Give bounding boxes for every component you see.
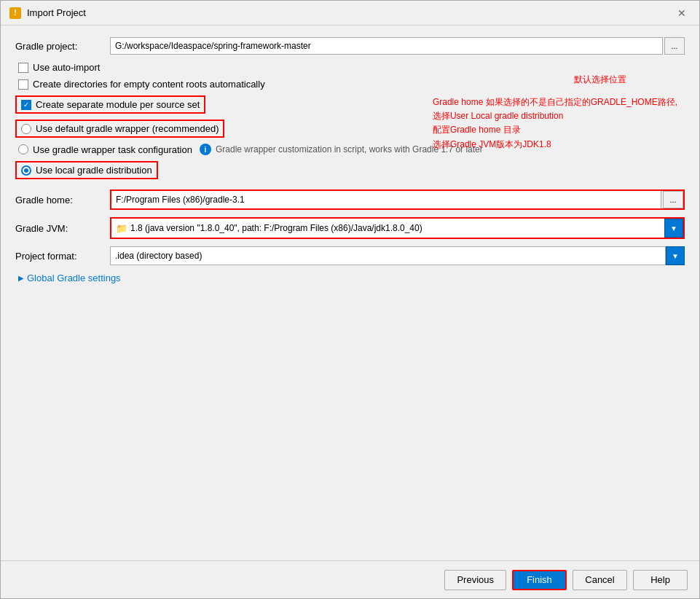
gradle-project-row: Gradle project: ...	[15, 37, 685, 55]
gradle-project-label: Gradle project:	[15, 41, 110, 52]
gradle-jvm-row: Gradle JVM: 📁 1.8 (java version "1.8.0_4…	[15, 217, 685, 239]
finish-button[interactable]: Finish	[512, 570, 567, 590]
create-separate-module-container: Create separate module per source set	[15, 95, 205, 114]
default-wrapper-radio[interactable]	[21, 124, 31, 134]
local-gradle-container: Use local gradle distribution	[15, 161, 158, 179]
app-icon: !	[9, 7, 21, 19]
auto-import-row: Use auto-import	[15, 62, 685, 73]
create-separate-checkbox[interactable]	[21, 100, 31, 110]
auto-import-checkbox[interactable]	[18, 63, 28, 73]
close-button[interactable]: ✕	[673, 6, 691, 20]
project-format-display: .idea (directory based)	[110, 246, 666, 265]
settings-arrow-icon: ▶	[18, 274, 24, 282]
dialog-footer: Previous Finish Cancel Help	[1, 560, 699, 598]
gradle-jvm-value: 1.8 (java version "1.8.0_40", path: F:/P…	[130, 223, 422, 233]
gradle-home-label: Gradle home:	[15, 195, 110, 205]
create-dirs-checkbox[interactable]	[18, 79, 28, 90]
project-format-value: .idea (directory based)	[115, 251, 202, 261]
wrapper-task-radio[interactable]	[18, 144, 28, 154]
global-gradle-settings[interactable]: ▶ Global Gradle settings	[15, 273, 685, 283]
gradle-home-browse-btn[interactable]: ...	[663, 191, 683, 208]
create-dirs-label: Create directories for empty content roo…	[33, 79, 265, 90]
create-dirs-row: Create directories for empty content roo…	[15, 79, 685, 90]
project-format-label: Project format:	[15, 251, 110, 262]
gradle-jvm-dropdown-btn[interactable]: ▼	[664, 219, 683, 238]
dialog-content: Gradle project: ... Use auto-import Crea…	[1, 26, 699, 560]
default-wrapper-container: Use default gradle wrapper (recommended)	[15, 120, 224, 138]
gradle-jvm-display: 📁 1.8 (java version "1.8.0_40", path: F:…	[111, 219, 664, 238]
project-format-dropdown-btn[interactable]: ▼	[666, 246, 685, 265]
default-wrapper-label: Use default gradle wrapper (recommended)	[36, 123, 219, 134]
import-project-dialog: ! Import Project ✕ Gradle project: ... U…	[0, 0, 700, 599]
gradle-project-input[interactable]	[110, 37, 663, 55]
gradle-home-input[interactable]	[111, 191, 661, 208]
gradle-project-browse-btn[interactable]: ...	[664, 37, 685, 55]
gradle-home-row: Gradle home: ...	[15, 189, 685, 210]
title-bar: ! Import Project ✕	[1, 1, 699, 26]
create-separate-label: Create separate module per source set	[36, 99, 200, 110]
previous-button[interactable]: Previous	[444, 570, 506, 590]
auto-import-label: Use auto-import	[33, 62, 100, 73]
gradle-jvm-label: Gradle JVM:	[15, 223, 110, 234]
help-button[interactable]: Help	[633, 570, 688, 590]
project-format-row: Project format: .idea (directory based) …	[15, 246, 685, 265]
global-gradle-label: Global Gradle settings	[27, 273, 121, 283]
cancel-button[interactable]: Cancel	[573, 570, 627, 590]
info-icon: i	[200, 144, 211, 155]
local-gradle-label: Use local gradle distribution	[36, 165, 152, 176]
local-gradle-radio[interactable]	[21, 165, 31, 176]
info-text: Gradle wrapper customization in script, …	[216, 144, 483, 154]
wrapper-task-row: Use gradle wrapper task configuration i …	[15, 144, 685, 155]
dialog-title: Import Project	[27, 7, 86, 18]
wrapper-task-label: Use gradle wrapper task configuration	[33, 144, 192, 155]
